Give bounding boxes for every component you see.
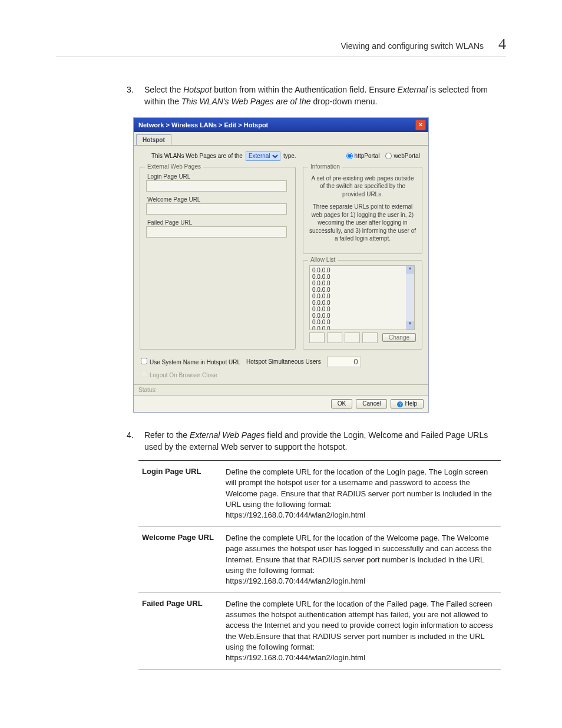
- allow-list-item[interactable]: 0.0.0.0: [311, 293, 413, 299]
- url-description-table: Login Page URLDefine the complete URL fo…: [138, 460, 501, 670]
- allow-list-item[interactable]: 0.0.0.0: [311, 286, 413, 293]
- allow-list-item[interactable]: 0.0.0.0: [311, 312, 413, 319]
- info-text-2: Three separate URLs point to external we…: [309, 203, 416, 243]
- row-text: Define the complete URL for the location…: [222, 527, 501, 593]
- information-fieldset: Information A set of pre-existing web pa…: [303, 167, 422, 254]
- cancel-button[interactable]: Cancel: [356, 399, 387, 409]
- step-number: 3.: [127, 84, 137, 108]
- logout-on-close-checkbox: Logout On Browser Close: [141, 372, 217, 378]
- help-button[interactable]: ?Help: [391, 399, 424, 409]
- status-bar: Status:: [134, 384, 428, 395]
- step-4: 4. Refer to the External Web Pages field…: [127, 429, 494, 453]
- ip-octet-4[interactable]: [362, 332, 378, 343]
- change-button[interactable]: Change: [382, 333, 416, 342]
- ok-button[interactable]: OK: [331, 399, 352, 409]
- dialog-breadcrumb: Network > Wireless LANs > Edit > Hotspot: [138, 121, 268, 129]
- login-url-label: Login Page URL: [147, 173, 289, 180]
- step-text: Select the Hotspot button from within th…: [144, 84, 494, 108]
- row-text: Define the complete URL for the location…: [222, 460, 501, 526]
- radio-httpportal[interactable]: httpPortal: [346, 153, 380, 159]
- sim-users-label: Hotspot Simultaneous Users: [246, 358, 321, 365]
- ip-octet-2[interactable]: [327, 332, 342, 343]
- tab-hotspot[interactable]: Hotspot: [136, 134, 171, 145]
- allow-list-item[interactable]: 0.0.0.0: [311, 319, 413, 325]
- ip-edit-row: Change: [309, 332, 416, 343]
- failed-url-label: Failed Page URL: [147, 219, 289, 226]
- help-icon: ?: [397, 401, 403, 407]
- running-header: Viewing and configuring switch WLANs 4: [56, 35, 506, 53]
- row-label: Welcome Page URL: [138, 527, 222, 593]
- header-title: Viewing and configuring switch WLANs: [340, 41, 484, 51]
- scroll-up-icon[interactable]: ▴: [406, 266, 414, 274]
- info-text-1: A set of pre-existing web pages outside …: [309, 174, 416, 199]
- row-label: Login Page URL: [138, 460, 222, 526]
- table-row: Login Page URLDefine the complete URL fo…: [138, 460, 501, 526]
- step-number: 4.: [127, 429, 137, 453]
- allow-list-fieldset: Allow List 0.0.0.00.0.0.00.0.0.00.0.0.00…: [303, 260, 422, 350]
- radio-webportal[interactable]: webPortal: [385, 153, 419, 159]
- welcome-url-label: Welcome Page URL: [147, 196, 289, 203]
- step-text: Refer to the External Web Pages field an…: [144, 429, 494, 453]
- ip-octet-3[interactable]: [345, 332, 360, 343]
- allow-list-item[interactable]: 0.0.0.0: [311, 274, 413, 280]
- row-text: Define the complete URL for the location…: [222, 593, 501, 670]
- close-icon[interactable]: ×: [415, 120, 426, 130]
- dialog-titlebar: Network > Wireless LANs > Edit > Hotspot…: [134, 118, 428, 132]
- ip-octet-1[interactable]: [309, 332, 325, 343]
- scroll-down-icon[interactable]: ▾: [406, 321, 414, 330]
- allow-list-item[interactable]: 0.0.0.0: [311, 306, 413, 312]
- page-type-select[interactable]: External: [246, 151, 280, 161]
- use-sysname-checkbox[interactable]: Use System Name in Hotspot URL: [141, 358, 240, 365]
- type-row: This WLANs Web Pages are of the External…: [151, 151, 422, 161]
- allow-list-item[interactable]: 0.0.0.0: [311, 325, 413, 330]
- allow-list-item[interactable]: 0.0.0.0: [311, 267, 413, 274]
- login-url-input[interactable]: [146, 180, 287, 192]
- welcome-url-input[interactable]: [146, 203, 287, 215]
- allow-list-item[interactable]: 0.0.0.0: [311, 299, 413, 306]
- external-web-pages-fieldset: External Web Pages Login Page URL Welcom…: [140, 167, 296, 350]
- scrollbar[interactable]: ▴ ▾: [406, 266, 414, 330]
- sim-users-input[interactable]: [327, 357, 361, 367]
- allow-list-item[interactable]: 0.0.0.0: [311, 280, 413, 286]
- chapter-number: 4: [498, 35, 506, 53]
- header-rule: [56, 57, 506, 57]
- allow-list-box[interactable]: 0.0.0.00.0.0.00.0.0.00.0.0.00.0.0.00.0.0…: [309, 265, 415, 330]
- row-label: Failed Page URL: [138, 593, 222, 670]
- hotspot-dialog: Network > Wireless LANs > Edit > Hotspot…: [133, 117, 429, 413]
- table-row: Welcome Page URLDefine the complete URL …: [138, 527, 501, 593]
- table-row: Failed Page URLDefine the complete URL f…: [138, 593, 501, 670]
- failed-url-input[interactable]: [146, 226, 287, 238]
- step-3: 3. Select the Hotspot button from within…: [127, 84, 494, 108]
